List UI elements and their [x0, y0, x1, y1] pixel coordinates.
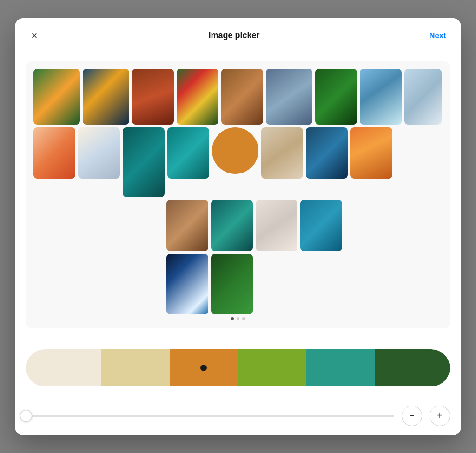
image-grid-container: [26, 61, 450, 328]
color-palette-bar[interactable]: [26, 349, 450, 386]
increase-button[interactable]: +: [430, 406, 450, 426]
image-item[interactable]: [306, 127, 348, 179]
image-item[interactable]: [78, 127, 120, 179]
slider-track[interactable]: [26, 415, 394, 417]
palette-swatch-4[interactable]: [238, 349, 306, 386]
image-item[interactable]: [256, 200, 298, 251]
palette-swatch-5[interactable]: [306, 349, 375, 386]
image-item[interactable]: [123, 127, 165, 197]
image-item[interactable]: [315, 69, 357, 125]
palette-swatch-6[interactable]: [375, 349, 450, 386]
next-button[interactable]: Next: [425, 29, 450, 42]
image-item[interactable]: [83, 69, 129, 125]
image-item[interactable]: [360, 69, 402, 125]
image-item[interactable]: [33, 127, 75, 179]
palette-swatch-2[interactable]: [101, 349, 170, 386]
image-item[interactable]: [404, 69, 442, 125]
image-item[interactable]: [221, 69, 263, 125]
modal-backdrop: × Image picker Next: [0, 0, 476, 453]
image-picker-modal: × Image picker Next: [15, 18, 461, 435]
modal-header: × Image picker Next: [15, 18, 461, 52]
image-item[interactable]: [211, 254, 253, 314]
close-button[interactable]: ×: [26, 27, 43, 44]
dot-1: [231, 317, 234, 320]
image-item[interactable]: [166, 200, 208, 251]
image-grid: [33, 69, 443, 314]
slider-section: − +: [15, 396, 461, 435]
close-icon: ×: [32, 30, 38, 42]
image-item[interactable]: [266, 69, 312, 125]
slider-thumb[interactable]: [20, 410, 32, 422]
image-item[interactable]: [261, 127, 303, 179]
image-item[interactable]: [132, 69, 174, 125]
image-item[interactable]: [166, 254, 208, 314]
image-item[interactable]: [300, 200, 342, 251]
selected-color-circle[interactable]: [212, 127, 258, 174]
modal-title: Image picker: [209, 31, 260, 40]
image-item[interactable]: [350, 127, 392, 179]
image-section: [15, 52, 461, 338]
selected-palette-dot: [200, 365, 207, 371]
decrease-button[interactable]: −: [402, 406, 422, 426]
palette-section: [15, 338, 461, 396]
dot-3: [242, 317, 245, 320]
palette-swatch-3[interactable]: [170, 349, 238, 386]
palette-swatch-1[interactable]: [26, 349, 101, 386]
dot-2: [237, 317, 239, 320]
image-item[interactable]: [33, 69, 80, 125]
image-item[interactable]: [177, 69, 218, 125]
image-item[interactable]: [211, 200, 253, 251]
page-indicator: [33, 314, 443, 321]
image-item[interactable]: [167, 127, 209, 179]
